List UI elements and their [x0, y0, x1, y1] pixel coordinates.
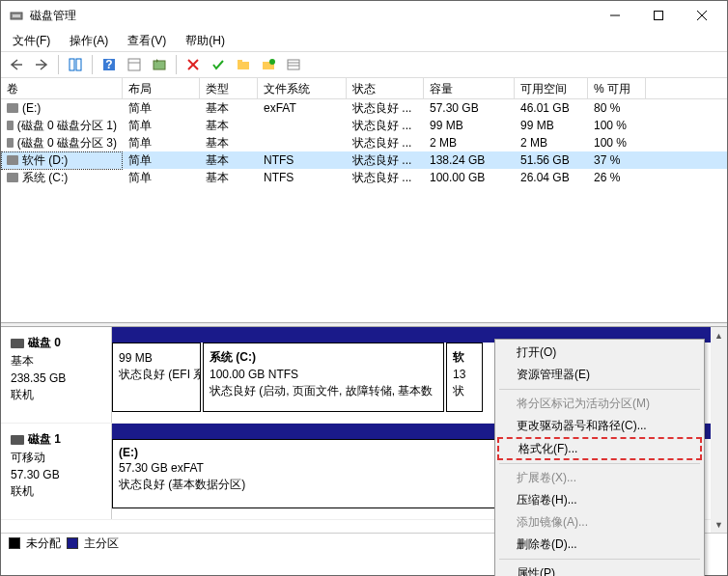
forward-button[interactable]: [30, 53, 53, 76]
cm-mark-active: 将分区标记为活动分区(M): [497, 393, 702, 415]
context-menu: 打开(O) 资源管理器(E) 将分区标记为活动分区(M) 更改驱动器号和路径(C…: [494, 339, 705, 576]
partition-box[interactable]: 软13状: [446, 343, 483, 412]
table-row[interactable]: 系统 (C:)简单基本NTFS状态良好 ...100.00 GB26.04 GB…: [1, 169, 727, 186]
menu-action[interactable]: 操作(A): [66, 31, 112, 51]
back-button[interactable]: [5, 53, 28, 76]
table-row[interactable]: 软件 (D:)简单基本NTFS状态良好 ...138.24 GB51.56 GB…: [1, 151, 727, 169]
menu-help[interactable]: 帮助(H): [182, 31, 229, 51]
disk-icon: [11, 339, 24, 348]
delete-icon[interactable]: [182, 53, 205, 76]
col-status[interactable]: 状态: [347, 78, 424, 98]
cm-open[interactable]: 打开(O): [497, 342, 702, 364]
volume-icon: [7, 138, 14, 148]
svg-rect-10: [128, 59, 140, 70]
swatch-primary: [67, 537, 78, 549]
cm-properties[interactable]: 属性(P): [497, 562, 702, 576]
cm-delete[interactable]: 删除卷(D)...: [497, 534, 702, 556]
svg-text:?: ?: [105, 58, 112, 71]
svg-rect-7: [76, 59, 81, 70]
col-layout[interactable]: 布局: [123, 78, 200, 98]
svg-rect-1: [13, 14, 20, 17]
titlebar: 磁盘管理: [1, 1, 727, 30]
volume-icon: [7, 121, 14, 130]
col-type[interactable]: 类型: [200, 78, 258, 98]
maximize-button[interactable]: [636, 1, 680, 30]
partition-box[interactable]: 系统 (C:)100.00 GB NTFS状态良好 (启动, 页面文件, 故障转…: [203, 343, 444, 412]
toolbar: ?: [1, 51, 727, 78]
col-filesystem[interactable]: 文件系统: [258, 78, 347, 98]
table-row[interactable]: (E:)简单基本exFAT状态良好 ...57.30 GB46.01 GB80 …: [1, 99, 727, 117]
cm-extend: 扩展卷(X)...: [497, 467, 702, 489]
help-button[interactable]: ?: [98, 53, 121, 76]
disk-icon: [11, 435, 24, 445]
vertical-scrollbar[interactable]: ▲ ▼: [711, 327, 727, 533]
menu-file[interactable]: 文件(F): [9, 31, 54, 51]
list-icon[interactable]: [282, 53, 305, 76]
close-button[interactable]: [680, 1, 723, 30]
table-body: (E:)简单基本exFAT状态良好 ...57.30 GB46.01 GB80 …: [1, 99, 727, 322]
volume-icon: [7, 173, 18, 182]
svg-rect-16: [238, 60, 242, 63]
action-icon[interactable]: [257, 53, 280, 76]
svg-rect-19: [288, 60, 299, 69]
app-icon: [9, 8, 24, 23]
menu-view[interactable]: 查看(V): [124, 31, 170, 51]
menubar: 文件(F) 操作(A) 查看(V) 帮助(H): [1, 30, 727, 51]
col-volume[interactable]: 卷: [1, 78, 123, 98]
refresh-button[interactable]: [148, 53, 171, 76]
cm-shrink[interactable]: 压缩卷(H)...: [497, 489, 702, 511]
cm-change-letter[interactable]: 更改驱动器号和路径(C)...: [497, 415, 702, 437]
volume-icon: [7, 103, 18, 113]
view-button-2[interactable]: [123, 53, 146, 76]
cm-mirror: 添加镜像(A)...: [497, 511, 702, 534]
col-capacity[interactable]: 容量: [424, 78, 515, 98]
volume-icon: [7, 155, 18, 165]
scroll-down-icon[interactable]: ▼: [711, 516, 727, 533]
svg-rect-6: [70, 59, 74, 70]
col-free[interactable]: 可用空间: [515, 78, 588, 98]
svg-rect-3: [654, 12, 662, 20]
table-row[interactable]: (磁盘 0 磁盘分区 3)简单基本状态良好 ...2 MB2 MB100 %: [1, 134, 727, 151]
scroll-up-icon[interactable]: ▲: [711, 327, 727, 343]
window-title: 磁盘管理: [30, 8, 593, 24]
minimize-button[interactable]: [593, 1, 636, 30]
disk-info-0[interactable]: 磁盘 0 基本 238.35 GB 联机: [1, 327, 112, 423]
volume-list: 卷 布局 类型 文件系统 状态 容量 可用空间 % 可用 (E:)简单基本exF…: [1, 78, 727, 322]
partition-box[interactable]: 99 MB状态良好 (EFI 系: [112, 343, 201, 412]
legend-unallocated: 未分配: [26, 535, 61, 552]
swatch-unallocated: [9, 537, 20, 549]
col-available[interactable]: % 可用: [588, 78, 646, 98]
check-icon[interactable]: [207, 53, 230, 76]
svg-rect-12: [154, 61, 165, 69]
table-row[interactable]: (磁盘 0 磁盘分区 1)简单基本状态良好 ...99 MB99 MB100 %: [1, 117, 727, 134]
legend-primary: 主分区: [84, 535, 119, 552]
cm-explorer[interactable]: 资源管理器(E): [497, 364, 702, 386]
disk-info-1[interactable]: 磁盘 1 可移动 57.30 GB 联机: [1, 424, 112, 519]
svg-point-18: [269, 59, 275, 65]
cm-format[interactable]: 格式化(F)...: [497, 437, 702, 460]
table-header: 卷 布局 类型 文件系统 状态 容量 可用空间 % 可用: [1, 78, 727, 99]
view-button-1[interactable]: [64, 53, 87, 76]
folder-icon[interactable]: [232, 53, 255, 76]
svg-rect-15: [238, 62, 249, 69]
